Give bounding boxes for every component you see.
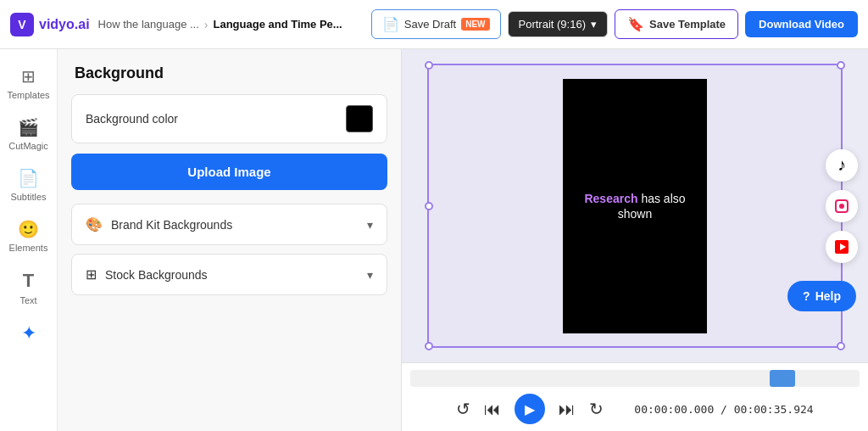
panel-title: Background: [75, 64, 384, 82]
portrait-label: Portrait (9:16): [519, 18, 586, 31]
panel-header: Background: [58, 49, 401, 94]
sidebar-item-text[interactable]: T Text: [0, 261, 57, 314]
header-actions: 📄 Save Draft NEW Portrait (9:16) ▾ 🔖 Sav…: [371, 9, 858, 39]
panel: Background Background color Upload Image…: [58, 49, 402, 431]
portrait-selector-button[interactable]: Portrait (9:16) ▾: [508, 11, 608, 37]
canvas-frame[interactable]: Research has alsoshown: [427, 64, 843, 348]
handle-top-left[interactable]: [425, 61, 433, 70]
forward-button[interactable]: ⏭: [559, 400, 576, 419]
video-content: Research has alsoshown: [563, 79, 707, 333]
save-draft-button[interactable]: 📄 Save Draft NEW: [371, 9, 501, 39]
stock-backgrounds-accordion[interactable]: ⊞ Stock Backgrounds ▾: [71, 254, 387, 295]
sidebar-item-magic[interactable]: ✦: [0, 314, 57, 353]
handle-middle-left[interactable]: [425, 202, 433, 210]
social-panel: ♪: [826, 149, 858, 263]
panel-section: Background color Upload Image 🎨 Brand Ki…: [58, 94, 401, 317]
logo-icon: V: [10, 13, 34, 36]
text-icon: T: [23, 270, 34, 292]
sidebar-item-cutmagic[interactable]: 🎬 CutMagic: [0, 109, 57, 160]
background-color-row: Background color: [71, 94, 387, 143]
bookmark-icon: 🔖: [627, 16, 644, 32]
main-area: ⊞ Templates 🎬 CutMagic 📄 Subtitles 🙂 Ele…: [0, 49, 868, 431]
timeline-indicator: [770, 370, 795, 387]
video-text-overlay: Research has alsoshown: [576, 182, 693, 230]
playback-controls: ↺ ⏮ ▶ ⏭ ↻ 00:00:00.000 / 00:00:35.924: [410, 394, 860, 424]
new-badge: NEW: [461, 18, 489, 31]
replay-button[interactable]: ↺: [456, 399, 470, 419]
handle-bottom-left[interactable]: [425, 342, 433, 350]
sidebar-text-label: Text: [19, 295, 36, 305]
reels-button[interactable]: [826, 190, 858, 222]
loop-button[interactable]: ↻: [589, 399, 604, 419]
cutmagic-icon: 🎬: [18, 117, 39, 137]
stock-left: ⊞ Stock Backgrounds: [86, 266, 208, 283]
sidebar-cutmagic-label: CutMagic: [8, 141, 47, 151]
breadcrumb-item-1[interactable]: How the language ...: [98, 18, 199, 31]
stock-icon: ⊞: [86, 266, 97, 283]
help-button[interactable]: ? Help: [787, 281, 856, 311]
color-swatch[interactable]: [346, 105, 373, 132]
brand-kit-accordion[interactable]: 🎨 Brand Kit Backgrounds ▾: [71, 204, 387, 245]
upload-image-button[interactable]: Upload Image: [71, 154, 387, 190]
timecode-separator: /: [721, 403, 734, 416]
sidebar-templates-label: Templates: [7, 90, 49, 100]
breadcrumb: How the language ... › Language and Time…: [98, 18, 363, 31]
shorts-icon: [833, 238, 850, 255]
download-video-button[interactable]: Download Video: [745, 11, 858, 37]
stock-label: Stock Backgrounds: [105, 268, 208, 282]
stock-chevron-icon: ▾: [367, 268, 373, 282]
subtitles-icon: 📄: [18, 168, 39, 188]
sidebar-item-subtitles[interactable]: 📄 Subtitles: [0, 160, 57, 210]
help-icon: ?: [803, 289, 810, 303]
reels-icon: [833, 198, 850, 215]
sidebar-subtitles-label: Subtitles: [10, 192, 46, 202]
timecode-current: 00:00:00.000: [634, 403, 714, 416]
canvas-wrapper: Research has alsoshown ♪: [402, 49, 868, 362]
header: V vidyo.ai How the language ... › Langua…: [0, 0, 868, 49]
loop-icon: ↻: [589, 400, 604, 418]
draft-doc-icon: 📄: [382, 16, 399, 32]
play-button[interactable]: ▶: [515, 394, 545, 424]
timecode-display: 00:00:00.000 / 00:00:35.924: [634, 403, 813, 416]
replay-icon: ↺: [456, 400, 470, 418]
brand-kit-icon: 🎨: [86, 216, 103, 232]
svg-point-1: [839, 204, 844, 209]
download-label: Download Video: [759, 18, 844, 31]
save-template-label: Save Template: [649, 18, 726, 31]
brand-kit-label: Brand Kit Backgrounds: [111, 218, 232, 232]
elements-icon: 🙂: [18, 219, 39, 239]
logo[interactable]: V vidyo.ai: [10, 13, 90, 36]
sidebar-item-elements[interactable]: 🙂 Elements: [0, 210, 57, 261]
timecode-total: 00:00:35.924: [734, 403, 814, 416]
handle-bottom-right[interactable]: [837, 342, 845, 350]
breadcrumb-item-2[interactable]: Language and Time Pe...: [214, 18, 342, 31]
bg-color-label: Background color: [86, 112, 178, 126]
rewind-icon: ⏮: [484, 400, 501, 418]
rewind-button[interactable]: ⏮: [484, 400, 501, 419]
shorts-button[interactable]: [826, 231, 858, 263]
icon-sidebar: ⊞ Templates 🎬 CutMagic 📄 Subtitles 🙂 Ele…: [0, 49, 58, 431]
brand-kit-left: 🎨 Brand Kit Backgrounds: [86, 216, 232, 232]
templates-icon: ⊞: [21, 66, 36, 87]
handle-top-right[interactable]: [837, 61, 845, 70]
timeline-area: ↺ ⏮ ▶ ⏭ ↻ 00:00:00.000 / 00:00:35.924: [402, 362, 868, 431]
magic-icon: ✦: [21, 322, 36, 344]
sidebar-item-templates[interactable]: ⊞ Templates: [0, 58, 57, 109]
tiktok-button[interactable]: ♪: [826, 149, 858, 182]
forward-icon: ⏭: [559, 400, 576, 418]
breadcrumb-separator: ›: [204, 18, 209, 31]
sidebar-elements-label: Elements: [9, 243, 48, 253]
brand-kit-chevron-icon: ▾: [367, 218, 373, 232]
save-draft-label: Save Draft: [404, 18, 456, 31]
canvas-area: Research has alsoshown ♪: [402, 49, 868, 431]
timeline-track[interactable]: [410, 370, 860, 387]
play-icon: ▶: [525, 401, 535, 417]
logo-text: vidyo.ai: [39, 17, 90, 32]
save-template-button[interactable]: 🔖 Save Template: [615, 9, 738, 39]
portrait-chevron-icon: ▾: [591, 18, 597, 31]
help-label: Help: [815, 289, 841, 303]
video-highlight-text: Research: [584, 192, 637, 205]
